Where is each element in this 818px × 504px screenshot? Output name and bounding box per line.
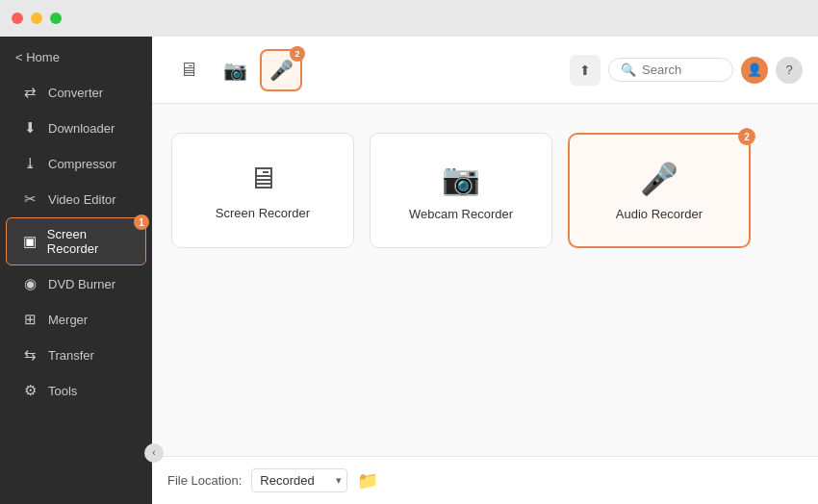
compressor-label: Compressor xyxy=(48,157,116,171)
home-link[interactable]: < Home xyxy=(0,44,152,74)
screen-recorder-badge: 1 xyxy=(134,214,149,230)
sidebar-item-transfer[interactable]: ⇆Transfer xyxy=(6,338,146,372)
tab-screen-icon: 🖥 xyxy=(179,59,198,81)
downloader-icon: ⬇ xyxy=(21,119,38,137)
transfer-label: Transfer xyxy=(48,348,94,363)
sidebar-item-screen-recorder[interactable]: ▣Screen Recorder1 xyxy=(6,217,146,265)
sidebar-item-tools[interactable]: ⚙Tools xyxy=(6,373,146,408)
card-screen-recorder-label: Screen Recorder xyxy=(216,206,310,220)
card-audio-recorder-icon: 🎤 xyxy=(640,161,678,197)
card-screen-recorder-icon: 🖥 xyxy=(247,161,278,196)
card-webcam-recorder[interactable]: 📷Webcam Recorder xyxy=(370,133,552,248)
merger-icon: ⊞ xyxy=(21,311,38,328)
upload-button[interactable]: ⬆ xyxy=(570,55,601,86)
downloader-label: Downloader xyxy=(48,121,115,136)
sidebar-item-compressor[interactable]: ⤓Compressor xyxy=(6,146,146,181)
tab-webcam[interactable]: 📷 xyxy=(214,49,256,91)
content-area: 🖥📷🎤2 ⬆ 🔍 👤 ? 🖥Screen Recorder📷Webcam Rec… xyxy=(152,37,818,504)
card-audio-recorder-badge: 2 xyxy=(738,128,755,145)
help-button[interactable]: ? xyxy=(776,57,803,84)
tab-audio[interactable]: 🎤2 xyxy=(260,49,302,91)
tools-label: Tools xyxy=(48,384,77,398)
sidebar-collapse-button[interactable]: ‹ xyxy=(144,443,164,463)
converter-label: Converter xyxy=(48,86,103,100)
tab-audio-badge: 2 xyxy=(290,46,305,62)
app-body: < Home ⇄Converter⬇Downloader⤓Compressor✂… xyxy=(0,37,818,504)
recorder-grid: 🖥Screen Recorder📷Webcam Recorder🎤Audio R… xyxy=(171,133,799,248)
card-webcam-recorder-label: Webcam Recorder xyxy=(409,207,513,221)
dvd-burner-icon: ◉ xyxy=(21,275,38,292)
topbar-right: ⬆ 🔍 👤 ? xyxy=(570,55,803,86)
tab-audio-icon: 🎤 xyxy=(269,59,294,82)
tab-webcam-icon: 📷 xyxy=(223,59,247,82)
bottom-bar: File Location: RecordedDesktopDocumentsD… xyxy=(152,456,818,504)
converter-icon: ⇄ xyxy=(21,84,38,101)
card-audio-recorder-label: Audio Recorder xyxy=(616,207,703,221)
sidebar-item-dvd-burner[interactable]: ◉DVD Burner xyxy=(6,266,146,301)
screen-recorder-label: Screen Recorder xyxy=(47,227,130,256)
sidebar-item-converter[interactable]: ⇄Converter xyxy=(6,75,146,110)
compressor-icon: ⤓ xyxy=(21,155,38,172)
location-select-wrapper[interactable]: RecordedDesktopDocumentsDownloads xyxy=(251,468,347,492)
maximize-button[interactable] xyxy=(50,13,62,24)
sidebar-item-downloader[interactable]: ⬇Downloader xyxy=(6,111,146,145)
card-webcam-recorder-icon: 📷 xyxy=(442,161,480,197)
video-editor-icon: ✂ xyxy=(21,190,38,208)
transfer-icon: ⇆ xyxy=(21,346,38,364)
search-box[interactable]: 🔍 xyxy=(608,58,733,82)
screen-recorder-icon: ▣ xyxy=(22,233,38,250)
folder-button[interactable]: 📁 xyxy=(357,470,378,491)
card-screen-recorder[interactable]: 🖥Screen Recorder xyxy=(171,133,354,248)
topbar: 🖥📷🎤2 ⬆ 🔍 👤 ? xyxy=(152,37,818,104)
sidebar: < Home ⇄Converter⬇Downloader⤓Compressor✂… xyxy=(0,37,152,504)
tools-icon: ⚙ xyxy=(21,382,38,399)
sidebar-item-video-editor[interactable]: ✂Video Editor xyxy=(6,182,146,216)
user-avatar[interactable]: 👤 xyxy=(741,57,768,84)
file-location-label: File Location: xyxy=(167,473,242,488)
merger-label: Merger xyxy=(48,313,88,327)
location-select[interactable]: RecordedDesktopDocumentsDownloads xyxy=(251,468,347,492)
minimize-button[interactable] xyxy=(31,13,42,24)
titlebar xyxy=(0,0,818,37)
card-audio-recorder[interactable]: 🎤Audio Recorder2 xyxy=(568,133,751,248)
video-editor-label: Video Editor xyxy=(48,192,116,207)
search-input[interactable] xyxy=(642,63,729,77)
dvd-burner-label: DVD Burner xyxy=(48,277,115,291)
tab-screen[interactable]: 🖥 xyxy=(167,49,210,91)
search-icon: 🔍 xyxy=(621,63,636,77)
main-area: 🖥Screen Recorder📷Webcam Recorder🎤Audio R… xyxy=(152,104,818,456)
close-button[interactable] xyxy=(12,13,23,24)
sidebar-item-merger[interactable]: ⊞Merger xyxy=(6,302,146,337)
